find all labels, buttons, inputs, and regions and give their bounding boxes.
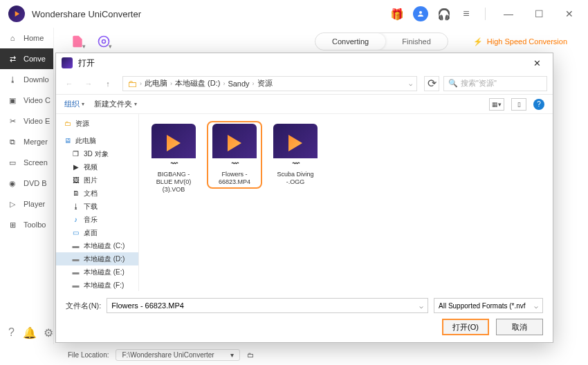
organize-menu[interactable]: 组织 (64, 99, 84, 109)
folder-tree: 🗀资源 🖥此电脑 ❒3D 对象 ▶视频 🖼图片 🗎文档 ⭳下载 ♪音乐 ▭桌面 … (56, 114, 139, 291)
tab-finished[interactable]: Finished (385, 33, 448, 50)
tree-item[interactable]: ▶视频 (56, 160, 138, 174)
breadcrumb-bar[interactable]: 🗀 › 此电脑 › 本地磁盘 (D:) › Sandy › 资源 ⌵ (122, 76, 417, 91)
compress-icon: ▣ (7, 95, 18, 106)
nav-up-button[interactable]: ↑ (100, 76, 116, 91)
converter-icon: ⇄ (7, 53, 18, 64)
file-list[interactable]: 〰 BIGBANG - BLUE MV(0)(3).VOB 〰 Flowers … (139, 114, 553, 291)
menu-icon[interactable]: ≡ (460, 8, 472, 20)
headphones-icon[interactable]: 🎧 (438, 8, 450, 20)
dialog-title: 打开 (78, 57, 521, 69)
sidebar-item-downloader[interactable]: ⭳Downlo (0, 69, 53, 90)
add-file-button[interactable]: ▾ (68, 32, 87, 51)
dialog-toolbar: 组织 新建文件夹 ▦▾ ▯ ? (56, 95, 553, 114)
file-item[interactable]: 〰 Scuba Diving -.OGG (268, 121, 323, 189)
maximize-button[interactable]: ☐ (529, 3, 549, 24)
toolbox-icon: ⊞ (7, 219, 18, 230)
screen-icon: ▭ (7, 157, 18, 168)
drive-icon: ▬ (71, 241, 80, 250)
svg-point-1 (99, 37, 109, 47)
sidebar-item-converter[interactable]: ⇄Conve (0, 48, 53, 69)
dialog-close-button[interactable]: ✕ (526, 55, 547, 71)
file-location-label: File Location: (68, 351, 109, 359)
open-button[interactable]: 打开(O) (442, 319, 489, 335)
file-type-filter[interactable]: All Supported Formats (*.nvf (434, 298, 543, 313)
file-thumbnail: 〰 (151, 124, 196, 168)
tree-item[interactable]: ▬本地磁盘 (E:) (56, 265, 138, 279)
titlebar: Wondershare UniConverter 🎁 🎧 ≡ — ☐ ✕ (0, 0, 588, 28)
breadcrumb[interactable]: 此电脑 (145, 78, 167, 88)
home-icon: ⌂ (7, 32, 18, 44)
obj3d-icon: ❒ (71, 149, 80, 158)
sidebar-item-video-editor[interactable]: ✂Video E (0, 111, 53, 131)
tree-item[interactable]: ⭳下载 (56, 200, 138, 213)
dialog-titlebar: 打开 ✕ (56, 53, 553, 73)
breadcrumb-dropdown[interactable]: ⌵ (409, 80, 412, 87)
tree-item[interactable]: ❒3D 对象 (56, 147, 138, 160)
tree-item[interactable]: 🖥此电脑 (56, 134, 138, 147)
music-icon: ♪ (71, 215, 80, 224)
sidebar-item-home[interactable]: ⌂Home (0, 28, 53, 48)
sidebar-item-dvd-burner[interactable]: ◉DVD B (0, 173, 53, 194)
breadcrumb[interactable]: Sandy (228, 79, 249, 88)
open-folder-icon[interactable]: 🗀 (247, 351, 254, 359)
dvd-icon: ◉ (7, 178, 18, 189)
gift-icon[interactable]: 🎁 (391, 8, 403, 20)
tree-item[interactable]: ♪音乐 (56, 213, 138, 226)
tree-item[interactable]: 🗎文档 (56, 187, 138, 200)
dialog-help-button[interactable]: ? (533, 99, 544, 110)
tree-item[interactable]: ▬本地磁盘 (D:) (56, 252, 138, 265)
preview-pane-button[interactable]: ▯ (511, 98, 526, 111)
pictures-icon: 🖼 (71, 176, 80, 185)
tab-converting[interactable]: Converting (315, 33, 385, 50)
svg-point-0 (419, 11, 422, 14)
view-mode-button[interactable]: ▦▾ (489, 98, 504, 111)
help-icon[interactable]: ? (8, 326, 15, 339)
filename-input[interactable]: Flowers - 66823.MP4 (107, 298, 428, 313)
new-folder-button[interactable]: 新建文件夹 (94, 99, 137, 109)
footer: File Location: F:\Wondershare UniConvert… (54, 344, 588, 365)
dialog-body: 🗀资源 🖥此电脑 ❒3D 对象 ▶视频 🖼图片 🗎文档 ⭳下载 ♪音乐 ▭桌面 … (56, 114, 553, 291)
user-avatar-icon[interactable] (413, 6, 428, 21)
close-button[interactable]: ✕ (559, 3, 580, 24)
file-item[interactable]: 〰 Flowers - 66823.MP4 (207, 121, 262, 189)
bell-icon[interactable]: 🔔 (23, 326, 35, 339)
scissors-icon: ✂ (7, 115, 18, 127)
folder-icon: 🗀 (127, 78, 137, 89)
file-location-path[interactable]: F:\Wondershare UniConverter▾ (116, 349, 240, 361)
nav-forward-button[interactable]: → (81, 76, 96, 91)
cancel-button[interactable]: 取消 (496, 319, 543, 335)
svg-point-2 (102, 40, 106, 44)
app-logo (8, 6, 25, 22)
minimize-button[interactable]: — (498, 3, 519, 24)
sidebar-item-merger[interactable]: ⧉Merger (0, 131, 53, 152)
sidebar-item-toolbox[interactable]: ⊞Toolbo (0, 214, 53, 235)
downloads-icon: ⭳ (71, 202, 80, 211)
file-open-dialog: 打开 ✕ ← → ↑ 🗀 › 此电脑 › 本地磁盘 (D:) › Sandy ›… (55, 53, 553, 343)
tree-item[interactable]: 🖼图片 (56, 174, 138, 187)
tree-item[interactable]: 🗀资源 (56, 117, 138, 130)
file-item[interactable]: 〰 BIGBANG - BLUE MV(0)(3).VOB (146, 121, 201, 196)
refresh-button[interactable]: ⟳ (424, 76, 439, 91)
dialog-footer: 文件名(N): Flowers - 66823.MP4 All Supporte… (56, 291, 553, 342)
sidebar-item-video-compressor[interactable]: ▣Video C (0, 90, 53, 111)
docs-icon: 🗎 (71, 189, 80, 198)
tree-item[interactable]: ▬本地磁盘 (C:) (56, 239, 138, 252)
breadcrumb[interactable]: 本地磁盘 (D:) (175, 78, 220, 88)
settings-icon[interactable]: ⚙ (44, 326, 53, 339)
tree-item[interactable]: ▭桌面 (56, 226, 138, 239)
nav-back-button[interactable]: ← (62, 76, 77, 91)
merge-icon: ⧉ (7, 136, 18, 147)
topbar: ▾ ▾ Converting Finished High Speed Conve… (54, 28, 588, 55)
high-speed-conversion-toggle[interactable]: High Speed Conversion (466, 35, 574, 49)
sidebar-item-screen-recorder[interactable]: ▭Screen (0, 152, 53, 173)
sidebar-item-player[interactable]: ▷Player (0, 194, 53, 214)
tree-item[interactable]: ▬本地磁盘 (F:) (56, 279, 138, 291)
file-thumbnail: 〰 (273, 124, 318, 168)
add-dvd-button[interactable]: ▾ (94, 32, 113, 51)
video-icon: ▶ (71, 162, 80, 171)
desktop-icon: ▭ (71, 228, 80, 237)
search-input[interactable]: 🔍 搜索"资源" (443, 76, 547, 91)
drive-icon: ▬ (71, 254, 80, 263)
breadcrumb[interactable]: 资源 (257, 78, 273, 88)
